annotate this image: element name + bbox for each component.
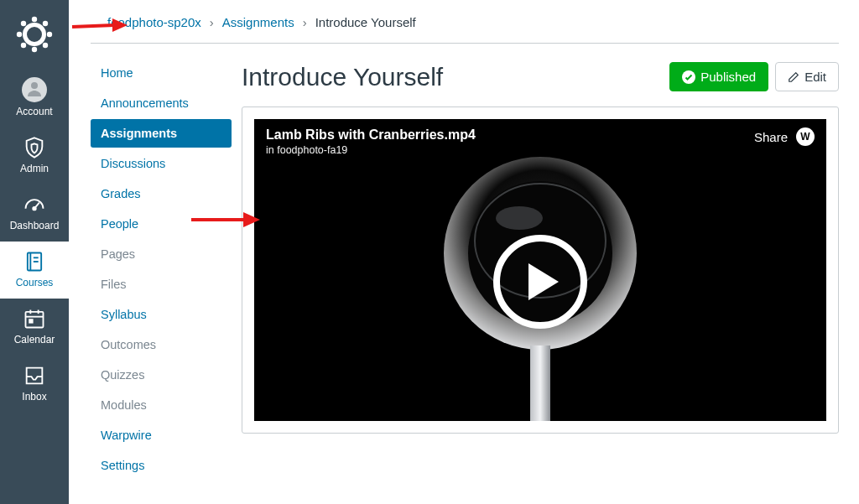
page-header: Introduce Yourself Published Edit	[242, 62, 839, 91]
chevron-right-icon: ›	[303, 15, 307, 29]
course-nav-files[interactable]: Files	[91, 270, 232, 299]
global-nav: Account Admin Dashboard Courses Calendar…	[0, 0, 69, 504]
svg-rect-15	[26, 312, 44, 328]
avatar-icon	[22, 77, 47, 102]
global-nav-label: Calendar	[3, 334, 65, 346]
video-player[interactable]: Lamb Ribs with Cranberries.mp4 in foodph…	[254, 119, 826, 421]
global-nav-courses[interactable]: Courses	[0, 242, 69, 299]
svg-point-24	[496, 206, 543, 230]
course-nav-outcomes[interactable]: Outcomes	[91, 330, 232, 359]
course-nav-settings[interactable]: Settings	[91, 451, 232, 480]
course-nav-people[interactable]: People	[91, 210, 232, 238]
edit-button[interactable]: Edit	[775, 62, 839, 91]
svg-point-1	[32, 47, 37, 52]
svg-point-2	[17, 32, 22, 37]
global-nav-admin[interactable]: Admin	[0, 127, 69, 184]
course-nav-warpwire[interactable]: Warpwire	[91, 421, 232, 449]
page-body: Introduce Yourself Published Edit	[232, 44, 839, 504]
svg-rect-19	[29, 320, 33, 323]
play-icon	[528, 263, 559, 300]
canvas-logo-icon	[16, 16, 53, 53]
course-nav-grades[interactable]: Grades	[91, 179, 232, 208]
svg-point-7	[43, 43, 48, 48]
global-nav-label: Inbox	[3, 391, 65, 403]
edit-label: Edit	[804, 70, 826, 84]
play-button[interactable]	[493, 235, 587, 329]
course-nav-syllabus[interactable]: Syllabus	[91, 300, 232, 329]
shield-icon	[23, 136, 46, 159]
check-circle-icon	[682, 70, 695, 84]
global-nav-inbox[interactable]: Inbox	[0, 356, 69, 413]
svg-point-8	[31, 82, 38, 89]
global-nav-label: Account	[3, 106, 65, 117]
global-nav-label: Admin	[3, 163, 65, 174]
calendar-icon	[23, 307, 46, 330]
main-region: foodphoto-sp20x › Assignments › Introduc…	[69, 0, 859, 504]
course-nav-home[interactable]: Home	[91, 59, 232, 87]
svg-rect-25	[530, 346, 550, 421]
gauge-icon	[23, 193, 46, 216]
svg-point-0	[32, 17, 37, 22]
chevron-right-icon: ›	[210, 15, 214, 29]
global-nav-calendar[interactable]: Calendar	[0, 299, 69, 356]
course-nav-modules[interactable]: Modules	[91, 391, 232, 419]
global-nav-label: Dashboard	[3, 220, 65, 231]
course-nav-quizzes[interactable]: Quizzes	[91, 361, 232, 389]
breadcrumb-course-link[interactable]: foodphoto-sp20x	[107, 15, 201, 29]
breadcrumb-row: foodphoto-sp20x › Assignments › Introduc…	[91, 0, 839, 44]
header-actions: Published Edit	[669, 62, 839, 91]
course-nav-assignments[interactable]: Assignments	[91, 119, 232, 148]
svg-point-5	[43, 21, 48, 26]
course-nav-discussions[interactable]: Discussions	[91, 149, 232, 178]
course-nav-pages[interactable]: Pages	[91, 240, 232, 268]
svg-point-10	[33, 207, 36, 210]
breadcrumb: foodphoto-sp20x › Assignments › Introduc…	[107, 15, 416, 29]
breadcrumb-current: Introduce Yourself	[315, 15, 416, 29]
svg-point-6	[21, 43, 26, 48]
svg-point-3	[47, 32, 52, 37]
course-nav: Home Announcements Assignments Discussio…	[91, 44, 232, 504]
published-label: Published	[700, 70, 756, 84]
inbox-icon	[23, 364, 46, 387]
global-nav-label: Courses	[3, 277, 65, 288]
book-icon	[23, 250, 46, 273]
breadcrumb-section-link[interactable]: Assignments	[222, 15, 294, 29]
pencil-icon	[788, 71, 799, 83]
global-nav-account[interactable]: Account	[0, 69, 69, 127]
published-button[interactable]: Published	[669, 62, 768, 91]
page-title: Introduce Yourself	[242, 63, 443, 91]
svg-point-4	[21, 21, 26, 26]
canvas-logo[interactable]	[0, 0, 69, 69]
assignment-content-card: Lamb Ribs with Cranberries.mp4 in foodph…	[242, 107, 839, 434]
course-nav-announcements[interactable]: Announcements	[91, 89, 232, 117]
global-nav-dashboard[interactable]: Dashboard	[0, 184, 69, 242]
